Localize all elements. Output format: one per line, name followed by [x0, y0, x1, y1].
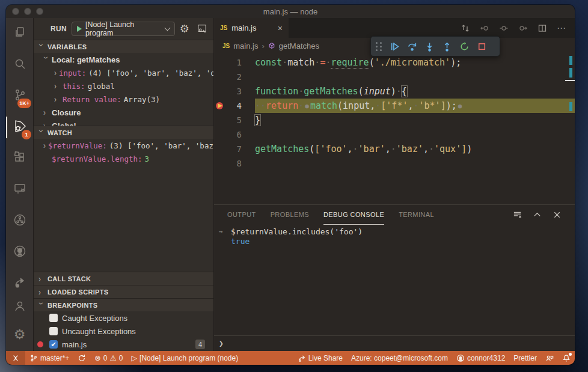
toolbar-drag-handle[interactable]: [373, 42, 386, 51]
glyph-margin[interactable]: [214, 113, 226, 127]
ruler-cursor-mark: [565, 80, 575, 81]
clear-console-icon[interactable]: [513, 210, 522, 219]
code-line-4[interactable]: 4··return·●match(input,·['f*',·'b*']);●: [214, 99, 575, 113]
tab-terminal[interactable]: TERMINAL: [399, 205, 434, 225]
breakpoints-section-header[interactable]: › BREAKPOINTS: [34, 298, 213, 311]
maximize-panel-icon[interactable]: [533, 210, 542, 219]
prettier-status[interactable]: Prettier: [509, 351, 541, 365]
step-over-button[interactable]: [403, 38, 421, 55]
sync-status[interactable]: [73, 351, 90, 365]
code-text: const·match·=·require('./micromatch');: [255, 55, 575, 70]
glyph-margin[interactable]: [214, 142, 226, 156]
tab-mainjs[interactable]: JS main.js ×: [214, 18, 289, 38]
reverse-continue-icon[interactable]: [499, 23, 509, 33]
git-branch-status[interactable]: master*+: [25, 351, 73, 365]
breakpoint-uncaught-exceptions[interactable]: Uncaught Exceptions: [34, 325, 213, 338]
debug-target-status[interactable]: ▷ [Node] Launch program (node): [127, 351, 242, 365]
split-editor-icon[interactable]: [537, 23, 547, 33]
watch-section-header[interactable]: › WATCH: [34, 126, 213, 139]
azure-account-status[interactable]: Azure: copeet@microsoft.com: [347, 351, 452, 365]
open-debug-console-icon[interactable]: [197, 23, 207, 34]
scope-local-row[interactable]: › Local: getMatches: [34, 53, 213, 66]
continue-button[interactable]: [386, 38, 403, 55]
scope-global-row-clipped: › Global: [34, 119, 213, 126]
activity-settings[interactable]: ⚙: [6, 321, 33, 349]
debug-console-input[interactable]: ❯: [214, 335, 575, 351]
activity-search[interactable]: [6, 49, 33, 81]
tab-output[interactable]: OUTPUT: [227, 205, 256, 225]
variable-row-input[interactable]: › input: (4) ['foo', 'bar', 'baz', 'qux'…: [34, 66, 213, 79]
symbol-method-icon: [268, 42, 275, 49]
variable-row-return-value[interactable]: › Return value: Array(3): [34, 93, 213, 106]
code-text: ··return·●match(input,·['f*',·'b*']);●: [255, 99, 575, 113]
code-line-5[interactable]: 5}: [214, 113, 575, 127]
code-line-8[interactable]: 8: [214, 156, 575, 171]
code-line-7[interactable]: 7getMatches(['foo',·'bar',·'baz',·'qux']…: [214, 142, 575, 156]
scope-global-row[interactable]: › Global: [34, 119, 213, 126]
activity-source-control[interactable]: 1K+: [6, 81, 33, 112]
live-share-status[interactable]: Live Share: [293, 351, 347, 365]
step-back-icon[interactable]: [480, 23, 489, 33]
breakpoint-current-line-icon[interactable]: [214, 99, 226, 113]
glyph-margin[interactable]: [214, 84, 226, 99]
activity-run-and-debug[interactable]: 1: [6, 112, 33, 143]
loaded-scripts-section-header[interactable]: › LOADED SCRIPTS: [34, 285, 213, 298]
configure-launch-gear-icon[interactable]: ⚙: [180, 23, 189, 34]
watch-row-returnvalue-length[interactable]: $returnValue.length: 3: [34, 152, 213, 165]
editor-actions: ⋯: [461, 18, 575, 38]
run-header: RUN [Node] Launch program ⚙: [34, 18, 213, 40]
code-editor[interactable]: 1const·match·=·require('./micromatch');2…: [214, 53, 575, 204]
close-panel-icon[interactable]: [553, 210, 562, 219]
activity-remote-explorer[interactable]: [6, 174, 33, 206]
activity-azure[interactable]: [6, 206, 33, 237]
open-changes-icon[interactable]: [461, 23, 470, 33]
breadcrumb-file[interactable]: main.js: [233, 41, 258, 50]
activity-extensions[interactable]: [6, 143, 33, 174]
feedback-person-icon: [545, 354, 554, 362]
glyph-margin[interactable]: [214, 55, 226, 70]
notifications-status[interactable]: [558, 351, 575, 365]
checkbox-unchecked[interactable]: [49, 327, 58, 335]
stop-button[interactable]: [473, 38, 491, 55]
chevron-collapsed-icon: ›: [43, 141, 46, 151]
step-out-button[interactable]: [438, 38, 456, 55]
activity-accounts[interactable]: [6, 293, 33, 321]
launch-config-dropdown[interactable]: [Node] Launch program: [72, 22, 175, 36]
start-debug-icon[interactable]: [77, 26, 82, 32]
breakpoint-mainjs[interactable]: main.js 4: [34, 338, 213, 351]
variables-section-header[interactable]: › VARIABLES: [34, 40, 213, 53]
code-line-1[interactable]: 1const·match·=·require('./micromatch');: [214, 55, 575, 70]
scope-closure-row[interactable]: › Closure: [34, 106, 213, 119]
breadcrumb-symbol[interactable]: getMatches: [279, 41, 319, 50]
glyph-margin[interactable]: [214, 70, 226, 84]
call-stack-section-header[interactable]: › CALL STACK: [34, 272, 213, 285]
code-line-3[interactable]: 3function·getMatches(input)·{: [214, 84, 575, 99]
line-number: 6: [226, 130, 242, 139]
remote-indicator[interactable]: [6, 351, 25, 365]
overview-ruler[interactable]: [565, 53, 575, 204]
checkbox-checked[interactable]: [49, 340, 58, 349]
github-account-status[interactable]: connor4312: [452, 351, 509, 365]
glyph-margin[interactable]: [214, 127, 226, 142]
restart-button[interactable]: [456, 38, 473, 55]
tab-problems[interactable]: PROBLEMS: [271, 205, 309, 225]
checkbox-unchecked[interactable]: [49, 314, 58, 322]
activity-github[interactable]: [6, 237, 33, 268]
variable-row-this[interactable]: › this: global: [34, 79, 213, 93]
code-line-6[interactable]: 6: [214, 127, 575, 142]
feedback-status[interactable]: [541, 351, 558, 365]
problems-status[interactable]: ⊗ 0 ⚠ 0: [90, 351, 127, 365]
watch-row-returnvalue[interactable]: › $returnValue: (3) ['foo', 'bar', 'baz'…: [34, 139, 213, 152]
breakpoint-caught-exceptions[interactable]: Caught Exceptions: [34, 311, 213, 325]
ruler-mark: [569, 102, 572, 111]
activity-explorer[interactable]: [6, 18, 33, 49]
more-actions-icon[interactable]: ⋯: [557, 23, 566, 34]
status-bar: master*+ ⊗ 0 ⚠ 0 ▷ [Node] Launch program…: [6, 351, 575, 365]
tab-debug-console[interactable]: DEBUG CONSOLE: [323, 205, 384, 225]
debug-console-output[interactable]: → $returnValue.includes('foo') true: [214, 225, 575, 335]
step-forward-icon[interactable]: [518, 23, 528, 33]
glyph-margin[interactable]: [214, 156, 226, 171]
close-tab-icon[interactable]: ×: [278, 23, 283, 33]
code-line-2[interactable]: 2: [214, 70, 575, 84]
step-into-button[interactable]: [421, 38, 438, 55]
